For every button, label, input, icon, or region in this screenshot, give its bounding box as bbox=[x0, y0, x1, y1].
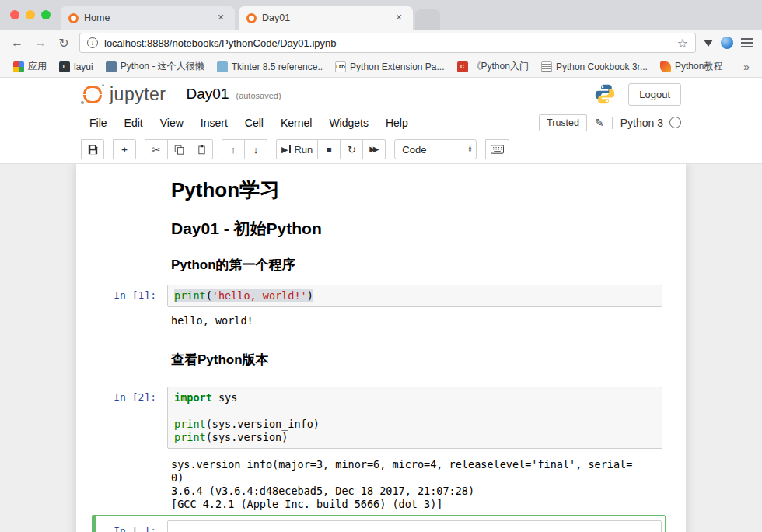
cell-type-value: Code bbox=[402, 144, 426, 156]
plus-icon: + bbox=[121, 144, 128, 156]
scissors-icon: ✂ bbox=[152, 144, 161, 156]
restart-icon: ↻ bbox=[348, 144, 356, 156]
code-cell-1[interactable]: In [1]: print('hello, world!') bbox=[76, 285, 686, 307]
tab-close-icon[interactable]: × bbox=[393, 12, 405, 24]
interrupt-kernel-button[interactable]: ■ bbox=[317, 139, 341, 159]
close-window-button[interactable] bbox=[10, 10, 19, 19]
bookmark-tkinter[interactable]: Tkinter 8.5 reference.. bbox=[211, 59, 328, 75]
bookmark-label: Tkinter 8.5 reference.. bbox=[232, 61, 323, 72]
move-cell-down-button[interactable]: ↓ bbox=[244, 139, 267, 159]
bookmark-apps[interactable]: 应用 bbox=[8, 58, 52, 75]
browser-menu-icon[interactable] bbox=[741, 38, 753, 47]
code-token: (sys.version) bbox=[206, 431, 288, 443]
markdown-cell-first-program[interactable]: Python的第一个程序 bbox=[167, 257, 686, 273]
code-input-2[interactable]: import sys print(sys.version_info) print… bbox=[167, 387, 662, 449]
markdown-cell-day01[interactable]: Day01 - 初始Python bbox=[167, 219, 686, 238]
page-info-icon[interactable]: i bbox=[87, 37, 98, 48]
lfd-favicon-icon: LFD bbox=[335, 61, 346, 72]
bookmark-label: 应用 bbox=[28, 60, 47, 73]
zoom-window-button[interactable] bbox=[41, 10, 51, 19]
bookmark-python-blog[interactable]: Python - 这个人很懒 bbox=[100, 58, 210, 75]
code-token-import: import bbox=[174, 391, 212, 404]
command-palette-button[interactable] bbox=[485, 139, 509, 159]
save-button[interactable] bbox=[81, 139, 104, 159]
cut-cell-button[interactable]: ✂ bbox=[145, 139, 168, 159]
notebook-container: Python学习 Day01 - 初始Python Python的第一个程序 I… bbox=[76, 164, 686, 532]
move-cell-up-button[interactable]: ↑ bbox=[222, 139, 245, 159]
bookmarks-overflow-icon[interactable]: » bbox=[739, 61, 754, 73]
notebook-title[interactable]: Day01 bbox=[187, 86, 229, 103]
run-cell-button[interactable]: ▶ Run bbox=[276, 139, 318, 159]
extension-globe-icon[interactable] bbox=[721, 37, 733, 49]
bookmark-label: layui bbox=[74, 61, 93, 72]
kernel-indicator: Python 3 bbox=[612, 117, 681, 129]
minimize-window-button[interactable] bbox=[26, 10, 35, 19]
restart-kernel-button[interactable]: ↻ bbox=[340, 139, 363, 159]
back-icon[interactable]: ← bbox=[9, 36, 25, 50]
tab-close-icon[interactable]: × bbox=[215, 12, 227, 24]
notebook-body: Python学习 Day01 - 初始Python Python的第一个程序 I… bbox=[0, 164, 762, 532]
menu-help[interactable]: Help bbox=[377, 117, 417, 129]
url-text: localhost:8888/notebooks/PythonCode/Day0… bbox=[104, 37, 671, 49]
browser-window: Home × Day01 × ← → ↻ i localhost:8888/no… bbox=[0, 0, 762, 532]
paste-cell-button[interactable] bbox=[190, 139, 213, 159]
copy-cell-button[interactable] bbox=[167, 139, 190, 159]
restart-run-all-button[interactable]: ▶▶ bbox=[362, 139, 386, 159]
input-prompt: In [2]: bbox=[76, 387, 167, 449]
bookmark-python-cookbook[interactable]: Python Cookbook 3r... bbox=[536, 59, 653, 75]
cell-type-select[interactable]: Code ▲▼ bbox=[394, 139, 477, 159]
arrow-down-icon: ↓ bbox=[253, 144, 259, 156]
bookmark-layui[interactable]: L layui bbox=[54, 59, 99, 75]
bookmark-python-intro[interactable]: C 《Python入门 bbox=[452, 58, 534, 75]
tab-title: Day01 bbox=[262, 12, 387, 23]
tab-day01[interactable]: Day01 × bbox=[239, 6, 413, 30]
bookmark-label: Python - 这个人很懒 bbox=[121, 60, 204, 73]
code-token: sys bbox=[212, 391, 238, 404]
code-input-3[interactable] bbox=[167, 520, 662, 532]
bookmark-star-icon[interactable]: ☆ bbox=[677, 36, 688, 51]
menu-cell[interactable]: Cell bbox=[236, 117, 272, 129]
jupyter-logo-icon[interactable] bbox=[81, 84, 104, 105]
menu-view[interactable]: View bbox=[152, 117, 192, 129]
code-token: (sys.version_info) bbox=[206, 418, 320, 430]
play-icon: ▶ bbox=[281, 145, 288, 154]
selected-empty-cell[interactable]: In [ ]: bbox=[92, 515, 666, 532]
bookmark-python-tutorial[interactable]: Python教程 bbox=[655, 58, 728, 75]
output-prompt bbox=[76, 314, 167, 327]
tab-home[interactable]: Home × bbox=[61, 6, 235, 30]
logout-button[interactable]: Logout bbox=[628, 83, 681, 106]
edit-mode-bar bbox=[92, 515, 96, 532]
menu-kernel[interactable]: Kernel bbox=[272, 117, 320, 129]
code-token: ( bbox=[206, 289, 212, 302]
reload-icon[interactable]: ↻ bbox=[56, 36, 72, 51]
code-cell-2[interactable]: In [2]: import sys print(sys.version_inf… bbox=[76, 387, 686, 449]
code-input-1[interactable]: print('hello, world!') bbox=[167, 285, 662, 307]
tkinter-favicon-icon bbox=[217, 61, 228, 72]
trusted-button[interactable]: Trusted bbox=[539, 114, 587, 131]
menu-edit[interactable]: Edit bbox=[116, 117, 152, 129]
extension-triangle-icon[interactable] bbox=[704, 40, 713, 47]
stop-icon: ■ bbox=[327, 145, 332, 154]
jupyter-wordmark[interactable]: jupyter bbox=[110, 84, 166, 105]
add-cell-button[interactable]: + bbox=[113, 139, 136, 159]
menu-widgets[interactable]: Widgets bbox=[320, 117, 377, 129]
jupyter-header: jupyter Day01 (autosaved) Logout bbox=[0, 78, 762, 110]
feather-favicon-icon bbox=[660, 61, 671, 72]
kernel-idle-icon bbox=[669, 117, 681, 128]
bookmark-label: Python Cookbook 3r... bbox=[556, 61, 648, 72]
markdown-cell-version[interactable]: 查看Python版本 bbox=[167, 352, 686, 368]
code-token-string: 'hello, world!' bbox=[212, 289, 307, 302]
new-tab-button[interactable] bbox=[415, 9, 440, 30]
address-bar[interactable]: i localhost:8888/notebooks/PythonCode/Da… bbox=[79, 33, 696, 53]
heading-check-version: 查看Python版本 bbox=[171, 352, 659, 368]
menu-file[interactable]: File bbox=[81, 117, 116, 129]
heading-first-program: Python的第一个程序 bbox=[171, 257, 659, 273]
blog-favicon-icon bbox=[106, 61, 117, 72]
bookmark-python-extensions[interactable]: LFD Python Extension Pa... bbox=[330, 59, 449, 75]
run-bar-icon bbox=[289, 145, 291, 153]
markdown-cell-title[interactable]: Python学习 bbox=[167, 178, 686, 201]
menu-insert[interactable]: Insert bbox=[192, 117, 236, 129]
forward-icon[interactable]: → bbox=[33, 36, 48, 50]
bookmark-label: 《Python入门 bbox=[472, 60, 529, 73]
output-text: hello, world! bbox=[167, 314, 662, 327]
